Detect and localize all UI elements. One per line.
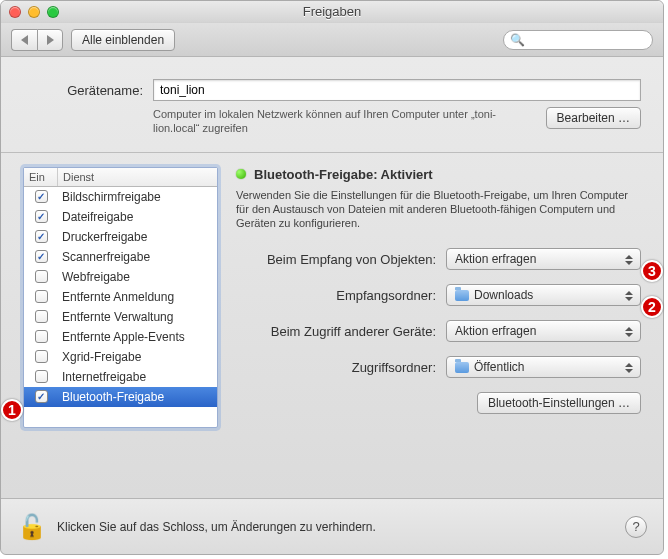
annotation-1: 1 (1, 399, 23, 421)
show-all-button[interactable]: Alle einblenden (71, 29, 175, 51)
service-label: Druckerfreigabe (58, 230, 217, 244)
receive-action-label: Beim Empfang von Objekten: (236, 252, 436, 267)
nav-segment (11, 29, 63, 51)
status-description: Verwenden Sie die Einstellungen für die … (236, 188, 641, 231)
access-folder-value: Öffentlich (474, 360, 524, 374)
service-checkbox[interactable] (35, 270, 48, 283)
search-icon: 🔍 (510, 33, 525, 47)
service-checkbox[interactable] (35, 330, 48, 343)
service-label: Dateifreigabe (58, 210, 217, 224)
search-input[interactable] (529, 34, 646, 46)
lock-text: Klicken Sie auf das Schloss, um Änderung… (57, 520, 376, 534)
close-icon[interactable] (9, 6, 21, 18)
services-list[interactable]: Ein Dienst ✓Bildschirmfreigabe✓Dateifrei… (23, 167, 218, 428)
status-title: Bluetooth-Freigabe: Aktiviert (254, 167, 433, 182)
bluetooth-settings-button[interactable]: Bluetooth-Einstellungen … (477, 392, 641, 414)
minimize-icon[interactable] (28, 6, 40, 18)
service-row[interactable]: Webfreigabe (24, 267, 217, 287)
traffic-lights (9, 6, 59, 18)
access-folder-select[interactable]: Öffentlich (446, 356, 641, 378)
help-button[interactable]: ? (625, 516, 647, 538)
service-row[interactable]: ✓Dateifreigabe (24, 207, 217, 227)
service-row[interactable]: ✓Bluetooth-Freigabe (24, 387, 217, 407)
access-action-value: Aktion erfragen (455, 324, 536, 338)
access-folder-label: Zugriffsordner: (236, 360, 436, 375)
service-checkbox[interactable] (35, 310, 48, 323)
service-row[interactable]: Internetfreigabe (24, 367, 217, 387)
content-area: Gerätename: Computer im lokalen Netzwerk… (1, 57, 663, 482)
service-row[interactable]: ✓Bildschirmfreigabe (24, 187, 217, 207)
service-row[interactable]: Entfernte Verwaltung (24, 307, 217, 327)
service-checkbox[interactable] (35, 290, 48, 303)
lock-footer: 🔓 Klicken Sie auf das Schloss, um Änderu… (1, 498, 663, 554)
folder-icon (455, 362, 469, 373)
receive-folder-value: Downloads (474, 288, 533, 302)
chevron-left-icon (21, 35, 28, 45)
service-row[interactable]: ✓Druckerfreigabe (24, 227, 217, 247)
service-label: Bluetooth-Freigabe (58, 390, 217, 404)
annotation-2: 2 (641, 296, 663, 318)
service-row[interactable]: Xgrid-Freigabe (24, 347, 217, 367)
service-checkbox[interactable]: ✓ (35, 250, 48, 263)
computer-name-description: Computer im lokalen Netzwerk können auf … (153, 107, 534, 136)
receive-folder-label: Empfangsordner: (236, 288, 436, 303)
select-arrows-icon (622, 251, 636, 269)
service-checkbox[interactable] (35, 350, 48, 363)
services-header-dienst[interactable]: Dienst (58, 168, 217, 186)
computer-name-input[interactable] (153, 79, 641, 101)
lock-icon[interactable]: 🔓 (17, 513, 47, 541)
services-header: Ein Dienst (24, 168, 217, 187)
service-row[interactable]: Entfernte Anmeldung (24, 287, 217, 307)
service-label: Bildschirmfreigabe (58, 190, 217, 204)
forward-button[interactable] (37, 29, 63, 51)
service-checkbox[interactable] (35, 370, 48, 383)
service-label: Scannerfreigabe (58, 250, 217, 264)
titlebar: Freigaben (1, 1, 663, 23)
window-title: Freigaben (303, 4, 362, 19)
receive-folder-select[interactable]: Downloads (446, 284, 641, 306)
access-action-select[interactable]: Aktion erfragen (446, 320, 641, 342)
service-label: Entfernte Anmeldung (58, 290, 217, 304)
computer-name-label: Gerätename: (23, 83, 143, 98)
zoom-icon[interactable] (47, 6, 59, 18)
search-field[interactable]: 🔍 (503, 30, 653, 50)
service-label: Internetfreigabe (58, 370, 217, 384)
folder-icon (455, 290, 469, 301)
select-arrows-icon (622, 359, 636, 377)
service-checkbox[interactable]: ✓ (35, 210, 48, 223)
annotation-3: 3 (641, 260, 663, 282)
services-header-on[interactable]: Ein (24, 168, 58, 186)
service-row[interactable]: Entfernte Apple-Events (24, 327, 217, 347)
service-label: Webfreigabe (58, 270, 217, 284)
service-label: Entfernte Verwaltung (58, 310, 217, 324)
sharing-prefs-window: Freigaben Alle einblenden 🔍 Gerätename: … (0, 0, 664, 555)
service-row[interactable]: ✓Scannerfreigabe (24, 247, 217, 267)
select-arrows-icon (622, 287, 636, 305)
service-checkbox[interactable]: ✓ (35, 190, 48, 203)
service-label: Xgrid-Freigabe (58, 350, 217, 364)
receive-action-select[interactable]: Aktion erfragen (446, 248, 641, 270)
access-action-label: Beim Zugriff anderer Geräte: (236, 324, 436, 339)
back-button[interactable] (11, 29, 37, 51)
receive-action-value: Aktion erfragen (455, 252, 536, 266)
service-checkbox[interactable]: ✓ (35, 390, 48, 403)
divider (1, 152, 663, 153)
chevron-right-icon (47, 35, 54, 45)
service-label: Entfernte Apple-Events (58, 330, 217, 344)
edit-button[interactable]: Bearbeiten … (546, 107, 641, 129)
status-dot-icon (236, 169, 246, 179)
toolbar: Alle einblenden 🔍 (1, 23, 663, 57)
select-arrows-icon (622, 323, 636, 341)
service-detail-pane: Bluetooth-Freigabe: Aktiviert Verwenden … (236, 167, 641, 428)
service-checkbox[interactable]: ✓ (35, 230, 48, 243)
